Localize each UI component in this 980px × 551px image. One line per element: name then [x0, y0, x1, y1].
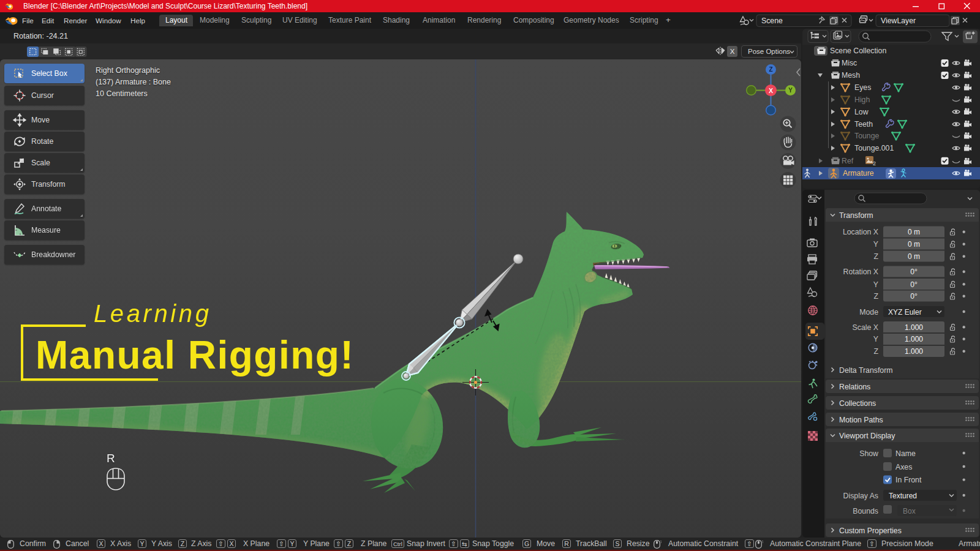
svg-text:Collections: Collections: [839, 399, 876, 408]
svg-text:Custom Properties: Custom Properties: [839, 527, 902, 535]
svg-text:Teeth: Teeth: [854, 120, 873, 129]
svg-text:Ref: Ref: [842, 157, 854, 165]
svg-text:Y: Y: [873, 335, 878, 343]
svg-text:X: X: [769, 87, 773, 94]
svg-text:Location X: Location X: [843, 228, 878, 236]
svg-text:In Front: In Front: [895, 476, 922, 484]
svg-text:Rotation X: Rotation X: [843, 268, 878, 276]
svg-text:Mesh: Mesh: [842, 71, 860, 80]
svg-text:Misc: Misc: [842, 59, 857, 67]
svg-text:Scene: Scene: [761, 17, 783, 25]
svg-text:1.000: 1.000: [905, 335, 923, 343]
svg-text:Y: Y: [873, 240, 878, 249]
svg-text:0 m: 0 m: [908, 240, 920, 249]
svg-text:0°: 0°: [910, 268, 918, 276]
svg-text:High: High: [854, 96, 870, 104]
svg-text:Delta Transform: Delta Transform: [839, 366, 892, 375]
svg-text:Viewport Display: Viewport Display: [839, 432, 895, 440]
svg-text:0°: 0°: [910, 280, 918, 289]
svg-text:Z: Z: [769, 66, 772, 73]
svg-text:Transform: Transform: [839, 211, 873, 220]
svg-text:Scale X: Scale X: [853, 323, 878, 332]
svg-text:Z: Z: [873, 252, 878, 261]
svg-text:Y: Y: [873, 280, 878, 289]
svg-text:2: 2: [873, 160, 876, 167]
svg-text:0°: 0°: [910, 292, 918, 301]
svg-text:1.000: 1.000: [905, 347, 923, 356]
svg-text:1.000: 1.000: [905, 323, 923, 332]
svg-text:Tounge.001: Tounge.001: [854, 144, 894, 152]
svg-text:0 m: 0 m: [908, 228, 920, 236]
svg-text:Name: Name: [895, 449, 916, 458]
svg-text:Y: Y: [788, 87, 793, 94]
svg-text:ViewLayer: ViewLayer: [881, 17, 916, 25]
svg-text:Low: Low: [854, 108, 869, 116]
svg-text:Textured: Textured: [889, 492, 917, 500]
svg-text:Armature: Armature: [843, 169, 874, 178]
svg-text:Z: Z: [873, 347, 878, 356]
svg-text:Show: Show: [859, 449, 878, 458]
svg-text:0 m: 0 m: [908, 252, 920, 261]
svg-text:Scene Collection: Scene Collection: [830, 47, 886, 55]
svg-text:Display As: Display As: [843, 492, 878, 500]
svg-text:Tounge: Tounge: [854, 132, 880, 140]
svg-text:Bounds: Bounds: [853, 507, 878, 515]
svg-text:Eyes: Eyes: [854, 83, 871, 92]
svg-text:Box: Box: [903, 507, 916, 515]
svg-text:Relations: Relations: [839, 383, 870, 391]
svg-text:Axes: Axes: [895, 463, 912, 471]
svg-text:Mode: Mode: [859, 308, 878, 317]
svg-text:Motion Paths: Motion Paths: [839, 416, 883, 424]
svg-text:Z: Z: [873, 292, 878, 301]
svg-text:XYZ Euler: XYZ Euler: [888, 308, 922, 317]
